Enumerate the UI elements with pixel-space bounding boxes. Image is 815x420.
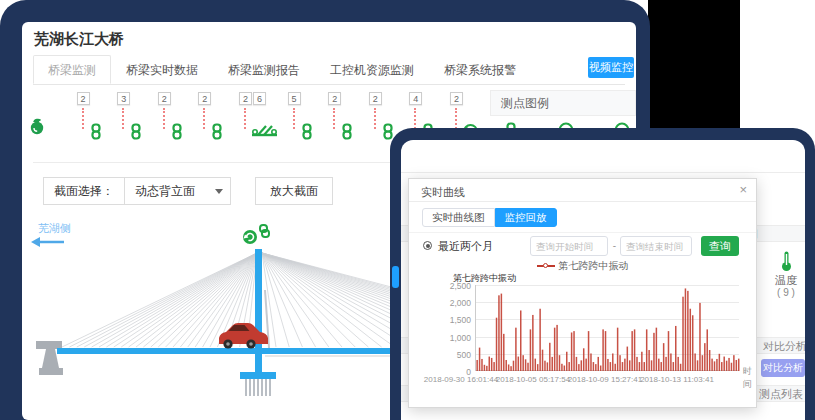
weight-icon[interactable] (28, 116, 46, 139)
pylon-below-deck (255, 354, 262, 372)
chain-link-icon[interactable] (340, 123, 354, 144)
compare-header-label: 对比分析 (763, 338, 805, 354)
chain-link-icon[interactable] (170, 123, 184, 144)
sensor-dotted-line (455, 108, 457, 129)
sensor-dotted-line (244, 108, 246, 129)
close-icon[interactable]: × (739, 182, 747, 197)
video-monitor-button[interactable]: 视频监控 (588, 57, 634, 78)
query-button[interactable]: 查询 (701, 236, 739, 256)
sensor-count-badge: 2 (77, 92, 90, 105)
foundation-piles (246, 379, 270, 396)
sensor-count-badges: 26 (239, 92, 266, 105)
recent-two-months-radio[interactable] (423, 241, 432, 250)
sensor-item-1: 2 (69, 92, 107, 150)
sensor-dotted-line (203, 108, 205, 129)
y-tick-label: 1,000 (441, 333, 471, 343)
chevron-down-icon (215, 189, 223, 194)
bridge-abutment (36, 341, 63, 375)
temperature-count: ( 9 ) (770, 287, 802, 298)
thermometer-icon[interactable] (780, 250, 793, 272)
sensor-count-badges: 4 (409, 92, 422, 105)
sensor-count-badges: 2 (158, 92, 171, 105)
y-tick-label: 2,000 (441, 298, 471, 308)
sensor-count-badge: 3 (117, 92, 130, 105)
chain-link-icon[interactable] (260, 225, 269, 237)
chart-plot-area (475, 285, 739, 371)
section-select-label: 截面选择： (43, 177, 125, 205)
scrollbar-thumb[interactable] (392, 266, 399, 288)
y-tick-label: 500 (441, 350, 471, 360)
section-select-dropdown[interactable]: 动态背立面 (125, 177, 231, 205)
zoom-section-button[interactable]: 放大截面 (255, 177, 333, 205)
main-tab-2[interactable]: 桥梁监测报告 (213, 55, 315, 84)
section-controls: 截面选择： 动态背立面 放大截面 (43, 177, 333, 205)
dialog-header-divider (409, 201, 756, 202)
sensor-item-4: 2 (190, 92, 228, 150)
chain-link-icon[interactable] (129, 123, 143, 144)
y-tick-label: 1,500 (441, 315, 471, 325)
date-range-separator: - (610, 236, 619, 256)
dialog-title: 实时曲线 (421, 185, 465, 200)
x-tick-label: 2018-10-13 11:03:41 (637, 375, 717, 384)
point-list-label: 测点列表 (759, 386, 803, 402)
sensor-dotted-line (163, 108, 165, 129)
tab-monitor-playback[interactable]: 监控回放 (495, 208, 557, 227)
chain-link-icon[interactable] (89, 123, 103, 144)
main-tab-0[interactable]: 桥梁监测 (33, 55, 111, 84)
main-tab-bar: 桥梁监测桥梁实时数据桥梁监测报告工控机资源监测桥梁系统报警 (33, 55, 625, 85)
sensor-item-6: 5 (280, 92, 318, 150)
radio-label: 最近两个月 (438, 239, 493, 254)
sensor-count-badge: 5 (288, 92, 301, 105)
x-tick-label: 2018-09-30 16:01:44 (421, 375, 501, 384)
modal-window-frame: 测点图例 温度 ( 9 ) 对比分析 对比分析 测点列表 实时曲线 × (390, 128, 815, 420)
modal-page: 测点图例 温度 ( 9 ) 对比分析 对比分析 测点列表 实时曲线 × (401, 140, 805, 420)
dialog-tab-group: 实时曲线图 监控回放 (422, 208, 557, 227)
x-tick-label: 2018-10-09 15:27:41 (565, 375, 645, 384)
sensor-count-badges: 2 (77, 92, 90, 105)
sensor-count-badges: 2 (198, 92, 211, 105)
sensor-dotted-line (374, 108, 376, 129)
sensor-dotted-line (82, 108, 84, 129)
pile-cap (240, 372, 276, 379)
legend-marker-icon (537, 265, 555, 267)
sensor-count-badges: 2 (328, 92, 341, 105)
sensor-count-badges: 5 (288, 92, 301, 105)
sensor-dotted-line (414, 108, 416, 129)
sensor-count-badge: 6 (253, 92, 266, 105)
sensor-count-badge: 2 (369, 92, 382, 105)
chain-link-icon[interactable] (210, 123, 224, 144)
bridge-icon[interactable] (251, 123, 278, 142)
tab-realtime-curve[interactable]: 实时曲线图 (422, 208, 495, 227)
sensor-count-badge: 2 (158, 92, 171, 105)
page-top-border (401, 172, 805, 173)
sensor-count-badge: 2 (239, 92, 252, 105)
sensor-count-badges: 2 (450, 92, 463, 105)
x-tick-label: 2018-10-05 05:17:54 (493, 375, 573, 384)
main-tab-1[interactable]: 桥梁实时数据 (111, 55, 213, 84)
query-end-time-input[interactable] (620, 236, 692, 256)
realtime-curve-dialog: 实时曲线 × 实时曲线图 监控回放 最近两个月 - 查询 第七跨跨中振动 (408, 178, 757, 408)
main-tab-4[interactable]: 桥梁系统报警 (429, 55, 531, 84)
sensor-count-badge: 4 (409, 92, 422, 105)
sensor-dotted-line (293, 108, 295, 129)
query-start-time-input[interactable] (530, 236, 608, 256)
chart-legend[interactable]: 第七跨跨中振动 (409, 259, 756, 273)
dialog-sub-divider (409, 232, 756, 233)
page-title: 芜湖长江大桥 (34, 30, 124, 49)
sensor-count-badge: 2 (198, 92, 211, 105)
compare-analysis-button[interactable]: 对比分析 (761, 359, 805, 377)
sensor-item-7: 2 (320, 92, 358, 150)
sensor-item-0 (28, 92, 66, 150)
main-tab-3[interactable]: 工控机资源监测 (315, 55, 429, 84)
sensor-dotted-line (122, 108, 124, 129)
sensor-count-badges: 2 (369, 92, 382, 105)
rotation-sensor-icon[interactable] (243, 230, 257, 244)
time-axis-label: 时间 (743, 365, 756, 391)
chain-link-icon[interactable] (300, 123, 314, 144)
sensor-count-badges: 3 (117, 92, 130, 105)
sensor-item-3: 2 (150, 92, 188, 150)
temperature-label: 温度 (770, 273, 802, 288)
section-select-value: 动态背立面 (135, 184, 195, 198)
y-tick-label: 2,500 (441, 281, 471, 291)
sensor-item-2: 3 (109, 92, 147, 150)
